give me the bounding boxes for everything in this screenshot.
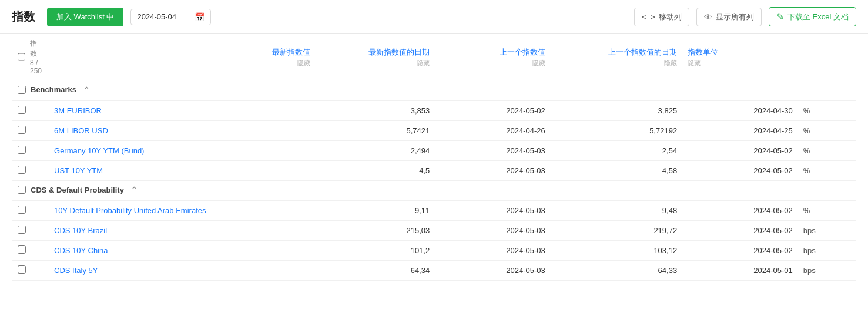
row-checkbox-6m-libor-usd[interactable]	[18, 126, 26, 134]
row-latest-val-6m-libor-usd: 5,7421	[316, 120, 435, 140]
index-link-ust-10y-ytm[interactable]: UST 10Y YTM	[54, 166, 103, 175]
row-prev-val-cds-italy-5y: 64,33	[551, 261, 683, 281]
row-checkbox-germany-10y-ytm[interactable]	[18, 146, 26, 154]
row-prev-date-cds-italy-5y: 2024-05-01	[683, 261, 799, 281]
row-name-cell: CDS 10Y Brazil	[48, 221, 316, 241]
row-name-cell: CDS Italy 5Y	[48, 261, 316, 281]
show-all-columns-button[interactable]: 👁 显示所有列	[696, 8, 762, 26]
row-name-cell: Germany 10Y YTM (Bund)	[48, 140, 316, 160]
row-latest-date-cds-10y-brazil: 2024-05-03	[435, 221, 551, 241]
group-checkbox-wrap: CDS & Default Probability ⌃	[18, 186, 137, 194]
index-link-germany-10y-ytm[interactable]: Germany 10Y YTM (Bund)	[54, 146, 144, 155]
col-label-prev-val[interactable]: 上一个指数值	[500, 48, 545, 56]
row-latest-val-cds-10y-brazil: 215,03	[316, 221, 435, 241]
select-all-checkbox[interactable]	[18, 53, 25, 61]
table-container: 指数 8 / 250 最新指数值 隐藏 最新指数值的日期 隐藏 上一个指数值 隐…	[0, 34, 868, 281]
index-table: 指数 8 / 250 最新指数值 隐藏 最新指数值的日期 隐藏 上一个指数值 隐…	[12, 34, 856, 281]
col-sub-prev-val: 隐藏	[441, 59, 545, 68]
calendar-icon[interactable]: 📅	[195, 12, 205, 22]
date-picker-wrap: 📅	[130, 9, 211, 25]
row-checkbox-ust-10y-ytm[interactable]	[18, 166, 26, 174]
row-checkbox-cds-10y-china[interactable]	[18, 245, 26, 254]
col-sub-latest-date: 隐藏	[322, 59, 430, 68]
group-checkbox-wrap: Benchmarks ⌃	[18, 85, 89, 94]
page-title: 指数	[12, 9, 35, 25]
header-prev-val: 上一个指数值 隐藏	[435, 34, 551, 80]
row-checkbox-cell	[12, 120, 48, 140]
row-latest-val-10y-default-uae: 9,11	[316, 201, 435, 221]
col-label-latest-val[interactable]: 最新指数值	[272, 48, 310, 56]
add-watchlist-button[interactable]: 加入 Watchlist 中	[47, 8, 123, 26]
group-checkbox-benchmarks[interactable]	[18, 86, 26, 94]
header-unit: 指数单位 隐藏	[683, 34, 799, 80]
table-row: 3M EURIBOR 3,853 2024-05-02 3,825 2024-0…	[12, 100, 856, 120]
index-link-3m-euribor[interactable]: 3M EURIBOR	[54, 106, 102, 115]
row-checkbox-cds-10y-brazil[interactable]	[18, 226, 26, 234]
row-unit-3m-euribor: %	[799, 100, 856, 120]
row-latest-date-cds-italy-5y: 2024-05-03	[435, 261, 551, 281]
row-checkbox-cell	[12, 100, 48, 120]
row-prev-val-6m-libor-usd: 5,72192	[551, 120, 683, 140]
row-checkbox-cell	[12, 201, 48, 221]
header-checkbox-col: 指数 8 / 250	[12, 34, 48, 80]
row-prev-val-10y-default-uae: 9,48	[551, 201, 683, 221]
group-checkbox-cds-default[interactable]	[18, 186, 26, 194]
row-checkbox-cds-italy-5y[interactable]	[18, 265, 26, 274]
excel-icon: ✎	[776, 11, 784, 22]
row-prev-date-cds-10y-brazil: 2024-05-02	[683, 221, 799, 241]
move-column-button[interactable]: < > 移动列	[634, 8, 689, 26]
col-label-unit[interactable]: 指数单位	[688, 48, 718, 56]
group-collapse-icon[interactable]: ⌃	[83, 86, 89, 94]
index-link-cds-italy-5y[interactable]: CDS Italy 5Y	[54, 266, 98, 275]
col-label-prev-date[interactable]: 上一个指数值的日期	[608, 48, 677, 56]
table-row: 6M LIBOR USD 5,7421 2024-04-26 5,72192 2…	[12, 120, 856, 140]
table-row: CDS 10Y Brazil 215,03 2024-05-03 219,72 …	[12, 221, 856, 241]
row-unit-10y-default-uae: %	[799, 201, 856, 221]
index-link-cds-10y-china[interactable]: CDS 10Y China	[54, 246, 108, 255]
header-latest-val: 最新指数值 隐藏	[48, 34, 316, 80]
row-name-cell: 10Y Default Probability United Arab Emir…	[48, 201, 316, 221]
group-collapse-icon[interactable]: ⌃	[131, 186, 137, 194]
table-row: UST 10Y YTM 4,5 2024-05-03 4,58 2024-05-…	[12, 160, 856, 180]
row-latest-val-ust-10y-ytm: 4,5	[316, 160, 435, 180]
row-latest-val-germany-10y-ytm: 2,494	[316, 140, 435, 160]
row-latest-date-germany-10y-ytm: 2024-05-03	[435, 140, 551, 160]
row-checkbox-cell	[12, 261, 48, 281]
table-header-row: 指数 8 / 250 最新指数值 隐藏 最新指数值的日期 隐藏 上一个指数值 隐…	[12, 34, 856, 80]
row-name-cell: CDS 10Y China	[48, 241, 316, 261]
row-checkbox-10y-default-uae[interactable]	[18, 206, 26, 214]
top-right-actions: < > 移动列 👁 显示所有列 ✎ 下载至 Excel 文档	[634, 7, 857, 26]
row-unit-ust-10y-ytm: %	[799, 160, 856, 180]
row-prev-date-ust-10y-ytm: 2024-05-02	[683, 160, 799, 180]
table-row: Germany 10Y YTM (Bund) 2,494 2024-05-03 …	[12, 140, 856, 160]
row-unit-germany-10y-ytm: %	[799, 140, 856, 160]
row-checkbox-cell	[12, 140, 48, 160]
index-link-cds-10y-brazil[interactable]: CDS 10Y Brazil	[54, 226, 107, 235]
col-label-latest-date[interactable]: 最新指数值的日期	[368, 48, 430, 56]
row-prev-val-ust-10y-ytm: 4,58	[551, 160, 683, 180]
date-input[interactable]	[137, 12, 190, 21]
row-name-cell: 3M EURIBOR	[48, 100, 316, 120]
index-link-10y-default-uae[interactable]: 10Y Default Probability United Arab Emir…	[54, 206, 206, 215]
download-excel-button[interactable]: ✎ 下载至 Excel 文档	[769, 7, 856, 26]
move-col-icon: < >	[642, 12, 655, 21]
row-unit-cds-italy-5y: bps	[799, 261, 856, 281]
row-latest-val-cds-10y-china: 101,2	[316, 241, 435, 261]
index-count-label: 指数 8 / 250	[30, 39, 42, 75]
row-checkbox-cell	[12, 221, 48, 241]
col-sub-prev-date: 隐藏	[557, 59, 677, 68]
table-body: Benchmarks ⌃ 3M EURIBOR 3,853 2024-05-02…	[12, 80, 856, 281]
group-label-cell: CDS & Default Probability ⌃	[12, 180, 799, 201]
eye-icon: 👁	[704, 12, 712, 22]
row-checkbox-3m-euribor[interactable]	[18, 106, 26, 114]
top-bar: 指数 加入 Watchlist 中 📅 < > 移动列 👁 显示所有列 ✎ 下载…	[0, 0, 868, 34]
row-prev-date-germany-10y-ytm: 2024-05-02	[683, 140, 799, 160]
group-row-cds-default: CDS & Default Probability ⌃	[12, 180, 856, 201]
table-row: CDS 10Y China 101,2 2024-05-03 103,12 20…	[12, 241, 856, 261]
table-row: 10Y Default Probability United Arab Emir…	[12, 201, 856, 221]
index-link-6m-libor-usd[interactable]: 6M LIBOR USD	[54, 126, 108, 135]
row-latest-val-cds-italy-5y: 64,34	[316, 261, 435, 281]
col-sub-latest-val: 隐藏	[54, 59, 310, 68]
row-latest-date-6m-libor-usd: 2024-04-26	[435, 120, 551, 140]
row-prev-val-germany-10y-ytm: 2,54	[551, 140, 683, 160]
